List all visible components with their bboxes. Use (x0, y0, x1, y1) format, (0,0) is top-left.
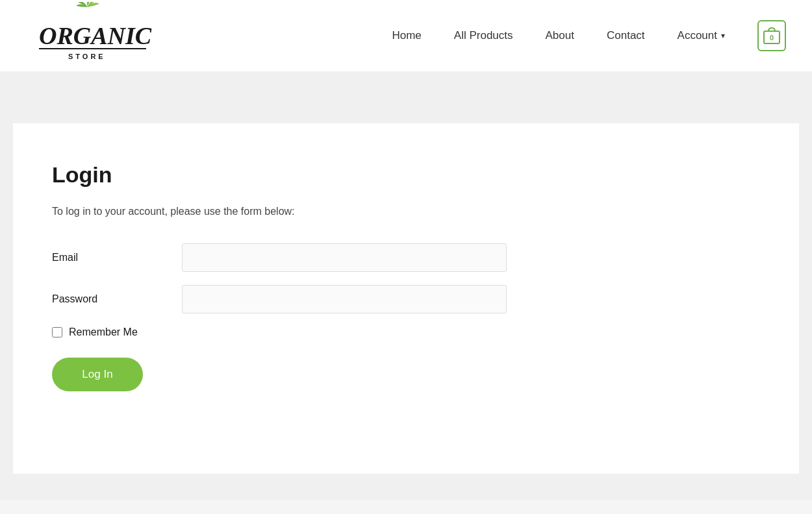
login-subtitle: To log in to your account, please use th… (52, 206, 760, 217)
svg-text:STORE: STORE (68, 53, 106, 60)
header: ORGANIC STORE Home All Products About Co… (0, 0, 812, 71)
password-input[interactable] (182, 285, 507, 313)
main-nav: Home All Products About Contact Account … (392, 20, 786, 51)
cart-svg-icon: 0 (763, 27, 780, 45)
email-input[interactable] (182, 243, 507, 272)
nav-account-label[interactable]: Account (678, 29, 717, 42)
email-group: Email (52, 243, 760, 272)
nav-contact[interactable]: Contact (607, 29, 645, 42)
nav-all-products[interactable]: All Products (454, 29, 513, 42)
nav-about[interactable]: About (546, 29, 574, 42)
chevron-down-icon: ▾ (721, 31, 725, 40)
svg-text:ORGANIC: ORGANIC (39, 22, 152, 49)
nav-account[interactable]: Account ▾ (678, 29, 725, 42)
banner-area (0, 71, 812, 123)
password-group: Password (52, 285, 760, 313)
nav-home[interactable]: Home (392, 29, 421, 42)
cart-bag-icon: 0 (763, 27, 780, 45)
cart-button[interactable]: 0 (757, 20, 786, 51)
remember-group: Remember Me (52, 326, 760, 338)
remember-me-label[interactable]: Remember Me (69, 326, 138, 338)
login-card: Login To log in to your account, please … (13, 123, 799, 474)
logo[interactable]: ORGANIC STORE (26, 2, 156, 69)
remember-me-checkbox[interactable] (52, 327, 62, 337)
password-label: Password (52, 293, 182, 305)
email-label: Email (52, 252, 182, 263)
logo-svg: ORGANIC STORE (26, 2, 156, 67)
login-title: Login (52, 162, 760, 188)
login-button[interactable]: Log In (52, 358, 143, 391)
main-content: Login To log in to your account, please … (0, 123, 812, 500)
svg-text:0: 0 (770, 34, 774, 42)
login-form: Email Password Remember Me Log In (52, 243, 760, 391)
